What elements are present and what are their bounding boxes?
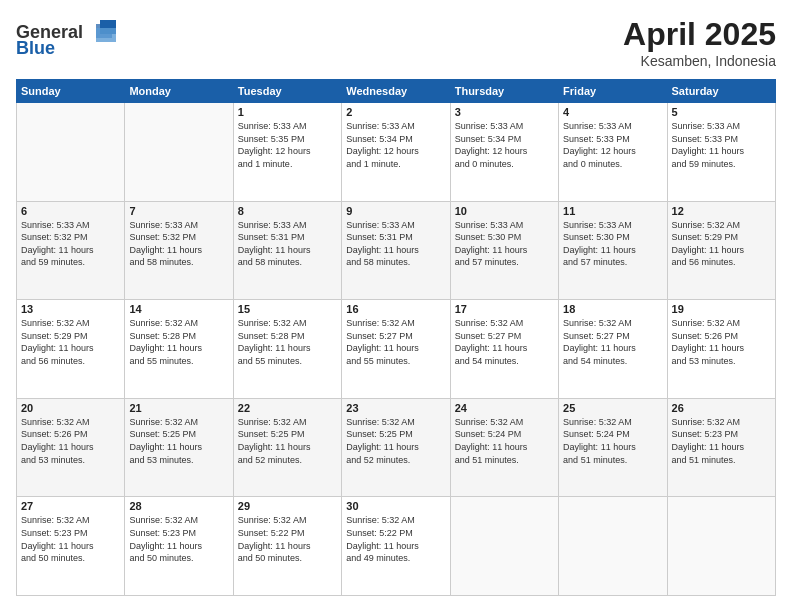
header-thursday: Thursday bbox=[450, 80, 558, 103]
calendar-cell bbox=[17, 103, 125, 202]
calendar-cell bbox=[559, 497, 667, 596]
day-number: 10 bbox=[455, 205, 554, 217]
day-info: Sunrise: 5:33 AM Sunset: 5:33 PM Dayligh… bbox=[672, 120, 771, 170]
day-number: 3 bbox=[455, 106, 554, 118]
calendar-cell: 29Sunrise: 5:32 AM Sunset: 5:22 PM Dayli… bbox=[233, 497, 341, 596]
calendar-week-1: 1Sunrise: 5:33 AM Sunset: 5:35 PM Daylig… bbox=[17, 103, 776, 202]
title-block: April 2025 Kesamben, Indonesia bbox=[623, 16, 776, 69]
day-number: 11 bbox=[563, 205, 662, 217]
calendar-cell: 26Sunrise: 5:32 AM Sunset: 5:23 PM Dayli… bbox=[667, 398, 775, 497]
calendar-cell: 19Sunrise: 5:32 AM Sunset: 5:26 PM Dayli… bbox=[667, 300, 775, 399]
header-monday: Monday bbox=[125, 80, 233, 103]
calendar-cell: 17Sunrise: 5:32 AM Sunset: 5:27 PM Dayli… bbox=[450, 300, 558, 399]
header-saturday: Saturday bbox=[667, 80, 775, 103]
calendar-cell: 23Sunrise: 5:32 AM Sunset: 5:25 PM Dayli… bbox=[342, 398, 450, 497]
day-info: Sunrise: 5:32 AM Sunset: 5:29 PM Dayligh… bbox=[21, 317, 120, 367]
header-wednesday: Wednesday bbox=[342, 80, 450, 103]
logo: General Blue bbox=[16, 16, 126, 60]
day-info: Sunrise: 5:33 AM Sunset: 5:33 PM Dayligh… bbox=[563, 120, 662, 170]
day-number: 29 bbox=[238, 500, 337, 512]
day-info: Sunrise: 5:32 AM Sunset: 5:22 PM Dayligh… bbox=[238, 514, 337, 564]
calendar-cell: 11Sunrise: 5:33 AM Sunset: 5:30 PM Dayli… bbox=[559, 201, 667, 300]
day-number: 30 bbox=[346, 500, 445, 512]
day-info: Sunrise: 5:32 AM Sunset: 5:27 PM Dayligh… bbox=[455, 317, 554, 367]
day-info: Sunrise: 5:33 AM Sunset: 5:35 PM Dayligh… bbox=[238, 120, 337, 170]
header: General Blue April 2025 Kesamben, Indone… bbox=[16, 16, 776, 69]
day-info: Sunrise: 5:32 AM Sunset: 5:29 PM Dayligh… bbox=[672, 219, 771, 269]
day-info: Sunrise: 5:32 AM Sunset: 5:26 PM Dayligh… bbox=[672, 317, 771, 367]
calendar-week-4: 20Sunrise: 5:32 AM Sunset: 5:26 PM Dayli… bbox=[17, 398, 776, 497]
day-number: 24 bbox=[455, 402, 554, 414]
day-number: 8 bbox=[238, 205, 337, 217]
day-info: Sunrise: 5:32 AM Sunset: 5:26 PM Dayligh… bbox=[21, 416, 120, 466]
day-number: 26 bbox=[672, 402, 771, 414]
calendar-cell: 3Sunrise: 5:33 AM Sunset: 5:34 PM Daylig… bbox=[450, 103, 558, 202]
calendar-cell: 4Sunrise: 5:33 AM Sunset: 5:33 PM Daylig… bbox=[559, 103, 667, 202]
calendar-cell: 12Sunrise: 5:32 AM Sunset: 5:29 PM Dayli… bbox=[667, 201, 775, 300]
day-number: 4 bbox=[563, 106, 662, 118]
calendar-cell: 25Sunrise: 5:32 AM Sunset: 5:24 PM Dayli… bbox=[559, 398, 667, 497]
calendar-cell: 2Sunrise: 5:33 AM Sunset: 5:34 PM Daylig… bbox=[342, 103, 450, 202]
header-friday: Friday bbox=[559, 80, 667, 103]
calendar-cell: 13Sunrise: 5:32 AM Sunset: 5:29 PM Dayli… bbox=[17, 300, 125, 399]
title-month: April 2025 bbox=[623, 16, 776, 53]
day-info: Sunrise: 5:32 AM Sunset: 5:23 PM Dayligh… bbox=[129, 514, 228, 564]
calendar-cell: 28Sunrise: 5:32 AM Sunset: 5:23 PM Dayli… bbox=[125, 497, 233, 596]
svg-marker-3 bbox=[96, 28, 116, 42]
day-info: Sunrise: 5:32 AM Sunset: 5:28 PM Dayligh… bbox=[238, 317, 337, 367]
calendar-cell: 21Sunrise: 5:32 AM Sunset: 5:25 PM Dayli… bbox=[125, 398, 233, 497]
calendar-cell: 15Sunrise: 5:32 AM Sunset: 5:28 PM Dayli… bbox=[233, 300, 341, 399]
calendar-cell: 20Sunrise: 5:32 AM Sunset: 5:26 PM Dayli… bbox=[17, 398, 125, 497]
day-info: Sunrise: 5:33 AM Sunset: 5:31 PM Dayligh… bbox=[346, 219, 445, 269]
day-number: 14 bbox=[129, 303, 228, 315]
day-number: 1 bbox=[238, 106, 337, 118]
calendar-cell: 6Sunrise: 5:33 AM Sunset: 5:32 PM Daylig… bbox=[17, 201, 125, 300]
title-location: Kesamben, Indonesia bbox=[623, 53, 776, 69]
calendar-cell bbox=[450, 497, 558, 596]
day-number: 15 bbox=[238, 303, 337, 315]
calendar-table: Sunday Monday Tuesday Wednesday Thursday… bbox=[16, 79, 776, 596]
day-number: 12 bbox=[672, 205, 771, 217]
day-number: 9 bbox=[346, 205, 445, 217]
calendar-cell: 8Sunrise: 5:33 AM Sunset: 5:31 PM Daylig… bbox=[233, 201, 341, 300]
day-number: 5 bbox=[672, 106, 771, 118]
calendar-cell: 18Sunrise: 5:32 AM Sunset: 5:27 PM Dayli… bbox=[559, 300, 667, 399]
day-number: 23 bbox=[346, 402, 445, 414]
day-info: Sunrise: 5:33 AM Sunset: 5:32 PM Dayligh… bbox=[129, 219, 228, 269]
day-number: 19 bbox=[672, 303, 771, 315]
day-number: 13 bbox=[21, 303, 120, 315]
day-info: Sunrise: 5:33 AM Sunset: 5:30 PM Dayligh… bbox=[563, 219, 662, 269]
calendar-cell: 30Sunrise: 5:32 AM Sunset: 5:22 PM Dayli… bbox=[342, 497, 450, 596]
calendar-cell: 5Sunrise: 5:33 AM Sunset: 5:33 PM Daylig… bbox=[667, 103, 775, 202]
day-info: Sunrise: 5:32 AM Sunset: 5:24 PM Dayligh… bbox=[563, 416, 662, 466]
calendar-cell: 10Sunrise: 5:33 AM Sunset: 5:30 PM Dayli… bbox=[450, 201, 558, 300]
svg-text:Blue: Blue bbox=[16, 38, 55, 56]
day-info: Sunrise: 5:32 AM Sunset: 5:24 PM Dayligh… bbox=[455, 416, 554, 466]
logo-text: General Blue bbox=[16, 16, 126, 60]
header-tuesday: Tuesday bbox=[233, 80, 341, 103]
day-info: Sunrise: 5:32 AM Sunset: 5:23 PM Dayligh… bbox=[21, 514, 120, 564]
day-info: Sunrise: 5:33 AM Sunset: 5:34 PM Dayligh… bbox=[455, 120, 554, 170]
day-info: Sunrise: 5:33 AM Sunset: 5:32 PM Dayligh… bbox=[21, 219, 120, 269]
day-info: Sunrise: 5:32 AM Sunset: 5:27 PM Dayligh… bbox=[563, 317, 662, 367]
day-info: Sunrise: 5:32 AM Sunset: 5:25 PM Dayligh… bbox=[346, 416, 445, 466]
day-info: Sunrise: 5:33 AM Sunset: 5:31 PM Dayligh… bbox=[238, 219, 337, 269]
day-info: Sunrise: 5:32 AM Sunset: 5:25 PM Dayligh… bbox=[238, 416, 337, 466]
day-number: 22 bbox=[238, 402, 337, 414]
calendar-cell: 22Sunrise: 5:32 AM Sunset: 5:25 PM Dayli… bbox=[233, 398, 341, 497]
day-info: Sunrise: 5:33 AM Sunset: 5:34 PM Dayligh… bbox=[346, 120, 445, 170]
calendar-cell: 24Sunrise: 5:32 AM Sunset: 5:24 PM Dayli… bbox=[450, 398, 558, 497]
day-info: Sunrise: 5:33 AM Sunset: 5:30 PM Dayligh… bbox=[455, 219, 554, 269]
day-number: 20 bbox=[21, 402, 120, 414]
header-sunday: Sunday bbox=[17, 80, 125, 103]
day-number: 16 bbox=[346, 303, 445, 315]
weekday-header-row: Sunday Monday Tuesday Wednesday Thursday… bbox=[17, 80, 776, 103]
day-info: Sunrise: 5:32 AM Sunset: 5:23 PM Dayligh… bbox=[672, 416, 771, 466]
calendar-cell: 7Sunrise: 5:33 AM Sunset: 5:32 PM Daylig… bbox=[125, 201, 233, 300]
day-number: 27 bbox=[21, 500, 120, 512]
day-number: 17 bbox=[455, 303, 554, 315]
calendar-cell: 16Sunrise: 5:32 AM Sunset: 5:27 PM Dayli… bbox=[342, 300, 450, 399]
day-info: Sunrise: 5:32 AM Sunset: 5:22 PM Dayligh… bbox=[346, 514, 445, 564]
calendar-cell: 9Sunrise: 5:33 AM Sunset: 5:31 PM Daylig… bbox=[342, 201, 450, 300]
calendar-cell: 1Sunrise: 5:33 AM Sunset: 5:35 PM Daylig… bbox=[233, 103, 341, 202]
